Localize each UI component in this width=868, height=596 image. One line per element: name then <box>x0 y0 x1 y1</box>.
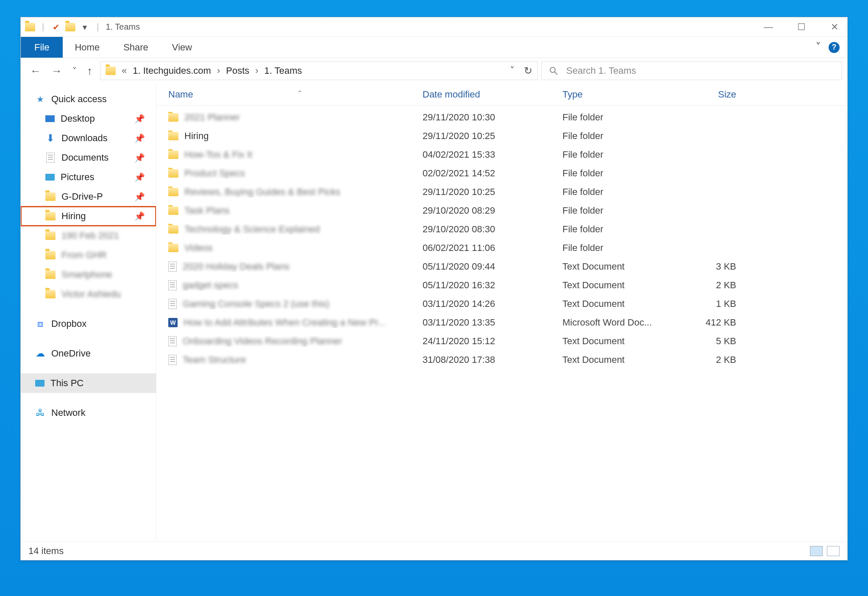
file-row[interactable]: Hiring29/11/2020 10:25File folder <box>156 127 847 145</box>
file-date: 06/02/2021 11:06 <box>423 242 562 253</box>
sidebar-label: 190 Feb 2021 <box>61 230 119 241</box>
file-name: Team Structure <box>183 354 246 365</box>
file-row[interactable]: Team Structure31/08/2020 17:38Text Docum… <box>156 351 847 369</box>
minimize-button[interactable]: — <box>760 19 777 36</box>
qat-customize-icon[interactable]: ▾ <box>80 22 90 32</box>
searchbar[interactable]: Search 1. Teams <box>541 61 842 80</box>
file-type: File folder <box>562 112 677 123</box>
desktop-icon <box>45 115 55 122</box>
sidebar-quick-access[interactable]: ★ Quick access <box>21 89 156 109</box>
file-name: Hiring <box>184 131 209 142</box>
file-row[interactable]: Task Plans29/10/2020 08:29File folder <box>156 201 847 220</box>
col-date[interactable]: Date modified <box>423 89 562 100</box>
breadcrumb-1[interactable]: 1. Itechguides.com <box>133 65 211 76</box>
file-row[interactable]: Videos06/02/2021 11:06File folder <box>156 239 847 257</box>
file-type: File folder <box>562 187 677 198</box>
file-name: Gaming Console Specs 2 (use this) <box>183 298 329 309</box>
file-type: File folder <box>562 224 677 235</box>
file-name: Product Specs <box>184 168 245 179</box>
file-size: 5 KB <box>677 336 749 347</box>
file-size: 2 KB <box>677 280 749 291</box>
sidebar-recent-3[interactable]: Smartphone <box>21 265 156 284</box>
sidebar-label: This PC <box>50 378 83 389</box>
sidebar-downloads[interactable]: ⬇ Downloads 📌 <box>21 128 156 148</box>
file-row[interactable]: gadget specs05/11/2020 16:32Text Documen… <box>156 276 847 295</box>
sidebar-label: Downloads <box>61 133 108 144</box>
qat-newfolder-icon[interactable] <box>65 22 75 32</box>
sidebar-onedrive[interactable]: ☁ OneDrive <box>21 344 156 363</box>
file-row[interactable]: Onboarding Videos Recording Planner24/11… <box>156 332 847 351</box>
file-name: Onboarding Videos Recording Planner <box>183 336 342 347</box>
file-row[interactable]: 2020 Holiday Deals Plans05/11/2020 09:44… <box>156 257 847 276</box>
address-folder-icon <box>106 66 116 76</box>
file-name: Reviews, Buying Guides & Best Picks <box>184 187 340 198</box>
back-button[interactable]: ← <box>30 64 41 78</box>
file-row[interactable]: How-Tos & Fix It04/02/2021 15:33File fol… <box>156 145 847 164</box>
file-date: 29/11/2020 10:30 <box>423 112 562 123</box>
col-type[interactable]: Type <box>562 89 677 100</box>
sidebar-recent-1[interactable]: 190 Feb 2021 <box>21 226 156 245</box>
file-name: 2021 Planner <box>184 112 240 123</box>
close-button[interactable]: ✕ <box>826 19 843 36</box>
file-row[interactable]: 2021 Planner29/11/2020 10:30File folder <box>156 108 847 127</box>
sidebar-label: Smartphone <box>61 269 112 280</box>
folder-icon <box>45 270 56 280</box>
sidebar-label: OneDrive <box>51 348 91 359</box>
sidebar-documents[interactable]: Documents 📌 <box>21 148 156 167</box>
sidebar-hiring[interactable]: Hiring 📌 <box>21 206 156 226</box>
file-row[interactable]: Technology & Science Explained29/10/2020… <box>156 220 847 239</box>
tab-share[interactable]: Share <box>111 37 160 58</box>
downloads-icon: ⬇ <box>45 133 56 143</box>
file-date: 03/11/2020 14:26 <box>423 298 562 309</box>
col-size[interactable]: Size <box>677 89 749 100</box>
forward-button[interactable]: → <box>51 64 62 78</box>
addressbar[interactable]: « 1. Itechguides.com › Posts › 1. Teams … <box>100 61 538 80</box>
sidebar-recent-4[interactable]: Victor Ashiedu <box>21 284 156 304</box>
file-type: Text Document <box>562 354 677 365</box>
folder-icon <box>168 244 178 252</box>
col-name[interactable]: Name ˆ <box>168 89 423 100</box>
qat-properties-icon[interactable]: ✔ <box>51 22 61 32</box>
sidebar-label: Network <box>51 407 86 418</box>
file-row[interactable]: WHow to Add Attributes When Creating a N… <box>156 313 847 332</box>
window-title: 1. Teams <box>106 22 140 32</box>
address-drop-icon[interactable]: ˅ <box>510 65 515 76</box>
file-row[interactable]: Reviews, Buying Guides & Best Picks29/11… <box>156 183 847 201</box>
file-name: 2020 Holiday Deals Plans <box>183 261 289 272</box>
sidebar-network[interactable]: 🖧 Network <box>21 403 156 423</box>
help-icon[interactable]: ? <box>829 42 840 53</box>
textdoc-icon <box>168 262 177 272</box>
up-button[interactable]: ↑ <box>87 64 92 78</box>
ribbon: File Home Share View ˅ ? <box>21 37 847 58</box>
file-size: 1 KB <box>677 298 749 309</box>
file-type: Text Document <box>562 298 677 309</box>
breadcrumb-sep: › <box>255 65 258 76</box>
sidebar-label: Victor Ashiedu <box>61 289 121 300</box>
recent-button[interactable]: ˅ <box>72 66 77 76</box>
file-row[interactable]: Gaming Console Specs 2 (use this)03/11/2… <box>156 295 847 313</box>
sidebar-gdrive[interactable]: G-Drive-P 📌 <box>21 187 156 206</box>
view-large-icons-button[interactable] <box>827 546 840 556</box>
tab-home[interactable]: Home <box>63 37 111 58</box>
refresh-button[interactable]: ↻ <box>524 65 532 77</box>
breadcrumb-3[interactable]: 1. Teams <box>264 65 302 76</box>
sidebar-desktop[interactable]: Desktop 📌 <box>21 109 156 128</box>
svg-line-1 <box>555 72 557 75</box>
file-type: Text Document <box>562 280 677 291</box>
app-icon <box>25 22 35 32</box>
breadcrumb-2[interactable]: Posts <box>226 65 249 76</box>
view-details-button[interactable] <box>810 546 823 556</box>
pictures-icon <box>45 174 55 181</box>
maximize-button[interactable]: ☐ <box>793 19 810 36</box>
sidebar-recent-2[interactable]: From GHR <box>21 245 156 265</box>
ribbon-expand-icon[interactable]: ˅ <box>815 41 821 54</box>
file-date: 24/11/2020 15:12 <box>423 336 562 347</box>
sidebar-this-pc[interactable]: This PC <box>21 373 156 393</box>
pin-icon: 📌 <box>134 133 151 143</box>
file-row[interactable]: Product Specs02/02/2021 14:52File folder <box>156 164 847 183</box>
tab-view[interactable]: View <box>160 37 204 58</box>
sidebar-label: Documents <box>61 152 108 163</box>
sidebar-dropbox[interactable]: ⧈ Dropbox <box>21 314 156 334</box>
tab-file[interactable]: File <box>21 37 63 58</box>
sidebar-pictures[interactable]: Pictures 📌 <box>21 167 156 187</box>
